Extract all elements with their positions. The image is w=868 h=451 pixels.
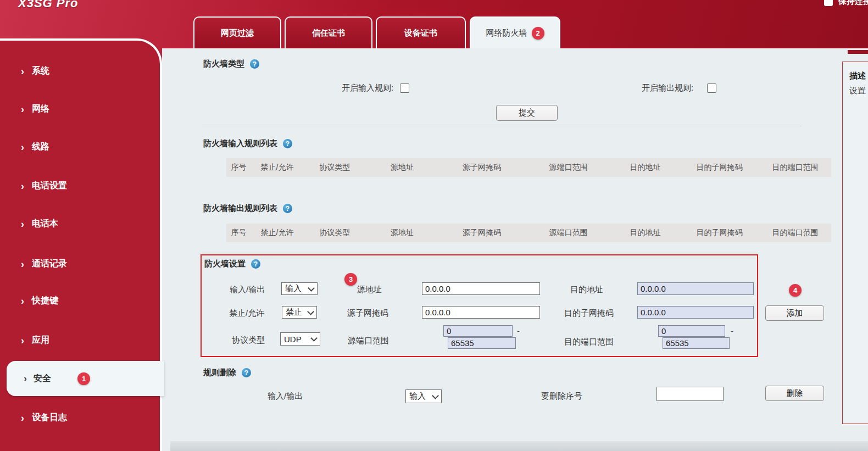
description-body: 设置 (849, 86, 868, 96)
column-header: 源地址 (366, 163, 438, 172)
column-header: 源端口范围 (526, 163, 611, 172)
column-header: 源子网掩码 (438, 228, 526, 238)
sidebar-item-apps[interactable]: ›应用 (21, 335, 49, 346)
chevron-right-icon: › (21, 414, 24, 422)
add-button[interactable]: 添加 (765, 305, 824, 321)
column-header: 目的地址 (611, 228, 680, 238)
dst-port-range-label: 目的端口范围 (564, 337, 614, 347)
sidebar-item-call-log[interactable]: ›通话记录 (21, 258, 67, 270)
help-icon[interactable]: ? (283, 204, 292, 213)
chevron-right-icon: › (21, 68, 24, 75)
protocol-select[interactable]: UDP (280, 332, 320, 346)
io-direction-label: 输入/输出 (230, 285, 265, 295)
src-address-input[interactable] (422, 282, 540, 295)
submit-button[interactable]: 提交 (496, 105, 558, 121)
tab-device-cert[interactable]: 设备证书 (376, 16, 466, 48)
enable-input-rules-label: 开启输入规则: (342, 83, 393, 93)
enable-output-rules-checkbox[interactable] (707, 83, 716, 93)
tab-network-firewall[interactable]: 网络防火墙 2 (470, 16, 560, 48)
section-title: 规则删除 (203, 368, 236, 378)
sidebar-item-label: 线路 (32, 141, 49, 153)
sidebar-item-phone-settings[interactable]: ›电话设置 (21, 180, 67, 192)
range-dash: - (517, 326, 520, 336)
step-badge-3: 3 (344, 273, 357, 286)
chevron-right-icon: › (21, 220, 24, 228)
chevron-right-icon: › (21, 143, 24, 151)
tab-label: 网络防火墙 (486, 28, 527, 38)
protocol-label: 协议类型 (232, 335, 265, 346)
delete-io-select[interactable]: 输入 (405, 389, 442, 403)
chevron-down-icon (310, 335, 318, 342)
src-mask-input[interactable] (422, 306, 540, 319)
column-header: 序号 (226, 163, 251, 172)
select-value: 输入 (285, 283, 302, 294)
section-title: 防火墙输入规则列表 (203, 138, 277, 149)
chevron-right-icon: › (24, 375, 27, 382)
section-title: 防火墙类型 (203, 59, 244, 69)
sidebar-item-device-log[interactable]: ›设备日志 (21, 412, 67, 424)
brand-logo: X3SG Pro (18, 0, 78, 10)
sidebar-item-network[interactable]: ›网络 (21, 103, 49, 115)
tab-web-filter[interactable]: 网页过滤 (193, 16, 281, 48)
step-badge-1: 1 (77, 372, 90, 385)
src-port-range-label: 源端口范围 (348, 336, 389, 346)
sidebar-item-label: 电话本 (32, 218, 58, 230)
sidebar-item-phonebook[interactable]: ›电话本 (21, 218, 58, 230)
description-panel: 描述 设置 (842, 62, 868, 424)
column-header: 协议类型 (303, 228, 366, 238)
side-panel-top-bar (848, 50, 868, 54)
dst-port-end-input[interactable] (663, 337, 730, 349)
help-icon[interactable]: ? (251, 259, 260, 269)
tab-trust-cert[interactable]: 信任证书 (285, 16, 372, 48)
dst-address-input[interactable] (637, 282, 754, 295)
delete-button[interactable]: 删除 (765, 386, 824, 401)
dst-mask-input[interactable] (637, 306, 754, 319)
dst-mask-label: 目的子网掩码 (564, 308, 614, 319)
deny-permit-label: 禁止/允许 (229, 308, 264, 319)
help-icon[interactable]: ? (283, 139, 292, 148)
sidebar-item-label: 快捷键 (32, 295, 58, 307)
sidebar-item-label: 安全 (34, 373, 51, 385)
column-header: 序号 (226, 228, 251, 238)
sidebar-item-system[interactable]: ›系统 (21, 65, 49, 77)
column-header: 目的子网掩码 (680, 228, 759, 238)
dst-port-start-input[interactable] (658, 325, 725, 337)
column-header: 源地址 (366, 228, 438, 238)
tab-label: 网页过滤 (221, 28, 254, 38)
io-direction-select[interactable]: 输入 (281, 282, 318, 295)
section-title: 防火墙设置 (204, 259, 246, 269)
src-port-end-input[interactable] (448, 337, 516, 349)
sidebar-item-line[interactable]: ›线路 (21, 141, 49, 153)
src-port-start-input[interactable] (443, 325, 513, 337)
help-icon[interactable]: ? (250, 59, 259, 69)
column-header: 目的端口范围 (759, 163, 831, 172)
delete-io-label: 输入/输出 (268, 391, 303, 402)
footer-strip (170, 441, 868, 451)
sidebar-item-label: 电话设置 (32, 180, 67, 192)
chevron-down-icon (307, 308, 314, 315)
sidebar-item-label: 设备日志 (32, 412, 67, 424)
help-icon[interactable]: ? (242, 368, 251, 377)
section-input-rules: 防火墙输入规则列表 ? (203, 138, 292, 149)
output-rules-header-row: 序号 禁止/允许 协议类型 源地址 源子网掩码 源端口范围 目的地址 目的子网掩… (226, 224, 831, 242)
section-firewall-settings: 防火墙设置 ? (204, 259, 260, 269)
column-header: 目的子网掩码 (680, 163, 759, 172)
sidebar-item-security[interactable]: › 安全 1 (7, 361, 164, 396)
column-header: 协议类型 (303, 163, 366, 172)
column-header: 源端口范围 (526, 228, 611, 238)
sidebar-item-hotkeys[interactable]: ›快捷键 (21, 295, 58, 307)
step-badge-4: 4 (789, 284, 802, 297)
deny-permit-select[interactable]: 禁止 (282, 306, 317, 319)
tab-label: 信任证书 (312, 28, 345, 38)
section-firewall-type: 防火墙类型 ? (203, 59, 259, 69)
dst-address-label: 目的地址 (570, 285, 603, 295)
keep-online-checkbox[interactable] (824, 0, 833, 6)
src-mask-label: 源子网掩码 (347, 308, 388, 319)
chevron-down-icon (308, 285, 315, 292)
enable-input-rules-checkbox[interactable] (400, 83, 409, 93)
tab-label: 设备证书 (404, 28, 437, 38)
chevron-right-icon: › (21, 260, 24, 268)
select-value: 输入 (409, 391, 426, 402)
page: X3SG Pro 保持连接 ›系统 ›网络 ›线路 ›电话设置 ›电话本 ›通话… (0, 0, 868, 451)
delete-seq-input[interactable] (656, 387, 724, 401)
